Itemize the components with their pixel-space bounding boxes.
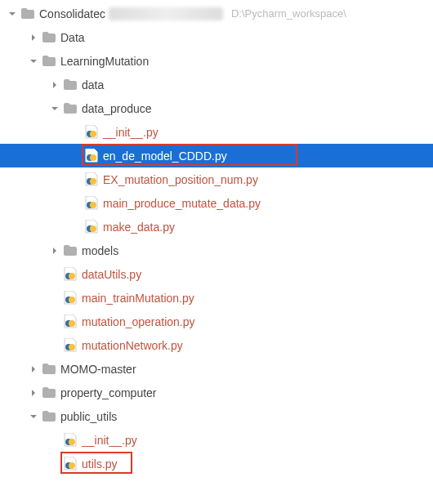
indent-spacer	[0, 120, 69, 144]
python-file-icon	[62, 291, 78, 305]
indent-spacer	[0, 262, 47, 286]
indent-spacer	[0, 357, 26, 381]
tree-folder-row[interactable]: public_utils	[0, 404, 433, 428]
node-label: Consolidatec	[39, 7, 105, 20]
tree-folder-row[interactable]: data	[0, 73, 433, 96]
indent-spacer	[0, 73, 47, 96]
folder-icon	[62, 245, 78, 256]
chevron-down-icon[interactable]	[47, 105, 62, 112]
indent-spacer	[0, 310, 47, 333]
python-file-icon	[62, 314, 78, 328]
node-label: make_data.py	[103, 221, 175, 234]
chevron-down-icon[interactable]	[26, 413, 41, 420]
python-file-icon	[83, 125, 100, 139]
node-label: mutationNetwork.py	[82, 339, 183, 352]
node-label: LearningMutation	[60, 55, 149, 68]
tree-file-row[interactable]: en_de_model_CDDD.py	[0, 144, 433, 167]
svg-point-19	[69, 439, 75, 445]
tree-file-row[interactable]: mutationNetwork.py	[0, 333, 433, 357]
chevron-right-icon[interactable]	[26, 366, 41, 372]
python-file-icon	[62, 433, 78, 447]
indent-spacer	[0, 381, 26, 404]
node-label: main_produce_mutate_data.py	[103, 197, 261, 210]
node-label: __init__.py	[103, 126, 158, 139]
tree-file-row[interactable]: __init__.py	[0, 120, 433, 144]
path-hint: D:\Pycharm_workspace\	[231, 7, 346, 20]
tree-file-row[interactable]: EX_mutation_position_num.py	[0, 167, 433, 191]
node-label: Data	[60, 31, 85, 44]
indent-spacer	[0, 191, 69, 215]
chevron-down-icon[interactable]	[5, 11, 20, 17]
chevron-right-icon[interactable]	[26, 390, 41, 396]
folder-icon	[41, 387, 57, 398]
node-label: dataUtils.py	[82, 268, 141, 281]
svg-point-15	[69, 320, 75, 327]
indent-spacer	[0, 144, 69, 167]
svg-point-13	[69, 297, 75, 303]
folder-icon	[62, 79, 78, 90]
redacted-region	[109, 7, 223, 20]
svg-point-9	[90, 225, 96, 232]
folder-icon	[41, 364, 57, 374]
node-label: main_trainMutation.py	[82, 292, 194, 305]
chevron-down-icon[interactable]	[26, 58, 41, 65]
svg-point-5	[90, 178, 96, 185]
chevron-right-icon[interactable]	[26, 34, 41, 41]
indent-spacer	[0, 25, 26, 49]
tree-folder-row[interactable]: LearningMutation	[0, 49, 433, 73]
node-label: mutation_operation.py	[82, 315, 195, 328]
svg-point-3	[90, 154, 96, 161]
indent-spacer	[0, 452, 47, 475]
node-label: property_computer	[60, 386, 157, 399]
indent-spacer	[0, 215, 69, 239]
node-label: __init__.py	[82, 434, 137, 447]
svg-point-7	[90, 202, 96, 208]
svg-point-1	[90, 131, 96, 137]
svg-point-11	[69, 273, 75, 279]
tree-file-row[interactable]: dataUtils.py	[0, 262, 433, 286]
node-label: utils.py	[82, 457, 118, 471]
indent-spacer	[0, 428, 47, 452]
python-file-icon	[62, 267, 78, 281]
node-label: models	[82, 244, 118, 257]
svg-point-17	[69, 344, 75, 350]
python-file-icon	[83, 172, 100, 186]
svg-point-21	[69, 462, 75, 469]
folder-icon	[41, 32, 57, 42]
tree-file-row[interactable]: mutation_operation.py	[0, 310, 433, 333]
python-file-icon	[83, 149, 100, 163]
tree-folder-row[interactable]: ConsolidatecD:\Pycharm_workspace\	[0, 2, 433, 25]
python-file-icon	[62, 338, 78, 352]
python-file-icon	[83, 220, 100, 234]
chevron-right-icon[interactable]	[47, 248, 62, 254]
tree-file-row[interactable]: main_produce_mutate_data.py	[0, 191, 433, 215]
tree-folder-row[interactable]: data_produce	[0, 96, 433, 120]
indent-spacer	[0, 49, 26, 73]
folder-icon	[20, 8, 36, 19]
tree-file-row[interactable]: main_trainMutation.py	[0, 286, 433, 310]
tree-folder-row[interactable]: models	[0, 239, 433, 262]
folder-icon	[41, 56, 57, 66]
folder-icon	[62, 103, 78, 114]
indent-spacer	[0, 333, 47, 357]
python-file-icon	[83, 196, 100, 210]
node-label: public_utils	[60, 410, 117, 423]
indent-spacer	[0, 286, 47, 310]
node-label: EX_mutation_position_num.py	[103, 173, 258, 186]
folder-icon	[41, 411, 57, 421]
tree-folder-row[interactable]: Data	[0, 25, 433, 49]
indent-spacer	[0, 404, 26, 428]
chevron-right-icon[interactable]	[47, 82, 62, 88]
tree-file-row[interactable]: make_data.py	[0, 215, 433, 239]
python-file-icon	[62, 457, 78, 471]
indent-spacer	[0, 167, 69, 191]
tree-folder-row[interactable]: property_computer	[0, 381, 433, 404]
node-label: en_de_model_CDDD.py	[103, 149, 227, 163]
tree-folder-row[interactable]: MOMO-master	[0, 357, 433, 381]
node-label: MOMO-master	[60, 363, 136, 376]
tree-file-row[interactable]: utils.py	[0, 452, 433, 475]
node-label: data_produce	[82, 102, 152, 115]
project-tree[interactable]: ConsolidatecD:\Pycharm_workspace\DataLea…	[0, 0, 433, 475]
tree-file-row[interactable]: __init__.py	[0, 428, 433, 452]
node-label: data	[82, 78, 104, 91]
